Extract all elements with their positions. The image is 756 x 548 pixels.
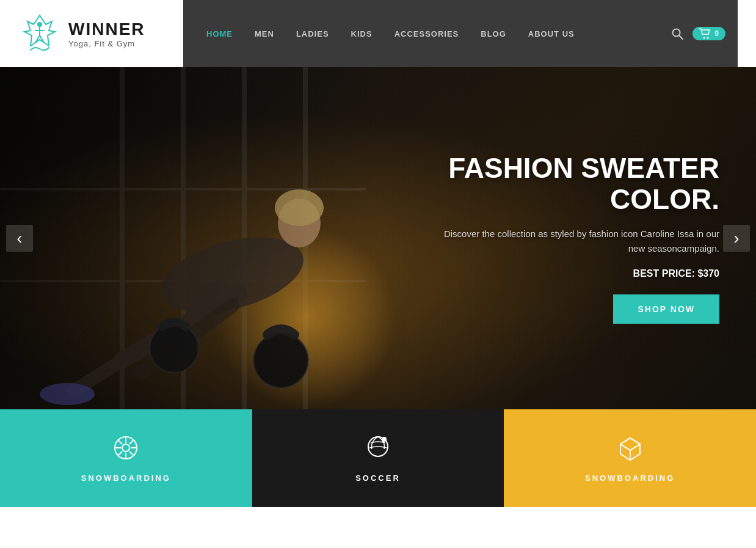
brand-subtitle: Yoga, Fit & Gym	[68, 39, 145, 48]
hero-price: BEST PRICE: $370	[426, 268, 719, 279]
nav-home[interactable]: HOME	[195, 29, 244, 38]
search-icon	[671, 27, 683, 40]
svg-line-38	[630, 444, 640, 450]
svg-line-31	[118, 451, 122, 456]
nav-ladies[interactable]: LADIES	[285, 29, 340, 38]
logo-area: WINNER Yoga, Fit & Gym	[18, 12, 171, 55]
svg-line-2	[679, 35, 683, 39]
hero-content: FASHION SWEATER COLOR. Discover the coll…	[426, 153, 719, 324]
slider-prev-button[interactable]: ‹	[6, 225, 33, 252]
card-label-snowboarding-1: SNOWBOARDING	[81, 473, 171, 483]
card-snowboarding-2[interactable]: SNOWBOARDING	[504, 409, 756, 507]
hero-title: FASHION SWEATER COLOR.	[426, 153, 719, 214]
svg-point-3	[703, 37, 705, 39]
svg-point-4	[707, 37, 709, 39]
card-soccer[interactable]: SOCCER	[252, 409, 504, 507]
svg-line-30	[129, 440, 134, 444]
search-button[interactable]	[671, 27, 683, 40]
cart-badge[interactable]: 0	[692, 27, 725, 40]
nav-icons: 0	[671, 27, 738, 40]
nav-accessories[interactable]: ACCESSORIES	[383, 29, 470, 38]
cart-icon	[699, 28, 711, 39]
shop-now-button[interactable]: SHOP NOW	[613, 294, 719, 324]
svg-marker-35	[620, 438, 640, 450]
nav-blog[interactable]: BLOG	[470, 29, 517, 38]
slider-next-button[interactable]: ›	[723, 225, 750, 252]
navigation: HOME MEN LADIES KIDS ACCESSORIES BLOG AB…	[183, 0, 738, 67]
gift-box-icon	[617, 434, 644, 465]
hero-slider: ‹ › FASHION SWEATER COLOR. Discover the …	[0, 67, 756, 409]
svg-line-29	[129, 451, 134, 456]
hero-description: Discover the collection as styled by fas…	[426, 227, 719, 256]
svg-point-0	[37, 22, 42, 27]
category-cards: SNOWBOARDING SOCCER	[0, 409, 756, 507]
card-snowboarding-1[interactable]: SNOWBOARDING	[0, 409, 252, 507]
brand-title: WINNER	[68, 20, 145, 39]
snowboarding-icon	[112, 434, 139, 465]
nav-men[interactable]: MEN	[244, 29, 285, 38]
svg-line-28	[118, 440, 122, 444]
svg-line-37	[620, 444, 630, 450]
soccer-icon	[365, 434, 391, 465]
logo-icon	[18, 12, 61, 55]
nav-kids[interactable]: KIDS	[340, 29, 383, 38]
logo-text: WINNER Yoga, Fit & Gym	[68, 20, 145, 48]
nav-links: HOME MEN LADIES KIDS ACCESSORIES BLOG AB…	[183, 29, 671, 38]
card-label-snowboarding-2: SNOWBOARDING	[585, 473, 675, 483]
cart-count: 0	[714, 29, 719, 38]
nav-about-us[interactable]: ABOUT US	[517, 29, 586, 38]
svg-point-23	[122, 444, 129, 451]
card-label-soccer: SOCCER	[355, 473, 401, 483]
header: WINNER Yoga, Fit & Gym HOME MEN LADIES K…	[0, 0, 756, 67]
